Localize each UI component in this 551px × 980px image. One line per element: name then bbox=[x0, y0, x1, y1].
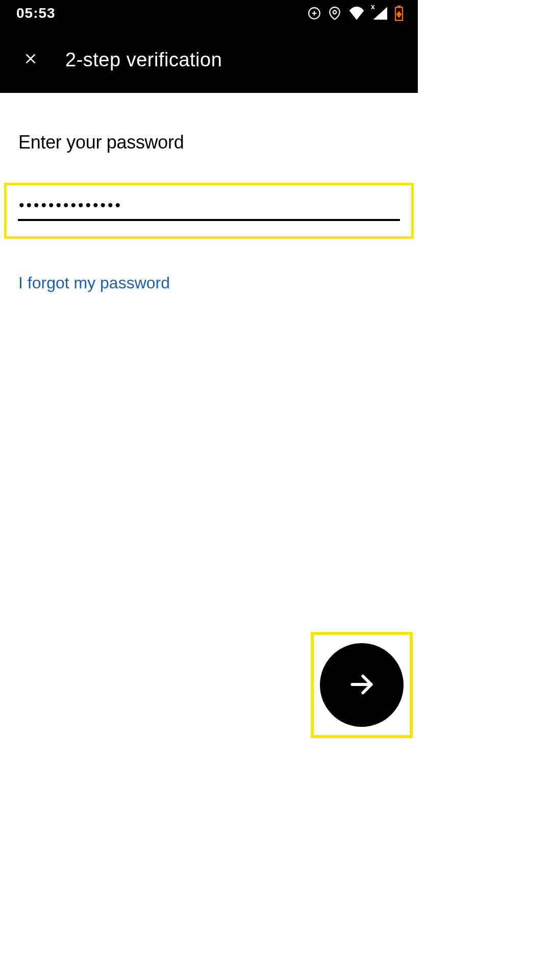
next-button[interactable] bbox=[320, 643, 404, 727]
heading: Enter your password bbox=[18, 132, 399, 153]
add-circle-icon bbox=[308, 7, 321, 20]
svg-point-3 bbox=[333, 11, 337, 14]
content-area: Enter your password I forgot my password bbox=[0, 93, 418, 292]
page-title: 2-step verification bbox=[65, 49, 222, 71]
status-bar: 05:53 x bbox=[0, 0, 418, 27]
forgot-password-link[interactable]: I forgot my password bbox=[18, 274, 170, 292]
next-button-wrapper bbox=[311, 632, 413, 738]
close-icon[interactable] bbox=[22, 51, 39, 69]
arrow-right-icon bbox=[347, 670, 376, 700]
location-icon bbox=[328, 6, 341, 21]
password-field-wrapper bbox=[4, 183, 414, 239]
svg-rect-5 bbox=[397, 6, 401, 7]
password-input[interactable] bbox=[18, 194, 400, 221]
app-bar: 2-step verification bbox=[0, 27, 418, 93]
wifi-icon bbox=[348, 7, 365, 20]
battery-icon bbox=[394, 6, 404, 21]
cellular-icon: x bbox=[372, 7, 387, 20]
svg-rect-7 bbox=[396, 13, 401, 16]
status-time: 05:53 bbox=[16, 5, 56, 21]
status-icons: x bbox=[308, 6, 404, 21]
